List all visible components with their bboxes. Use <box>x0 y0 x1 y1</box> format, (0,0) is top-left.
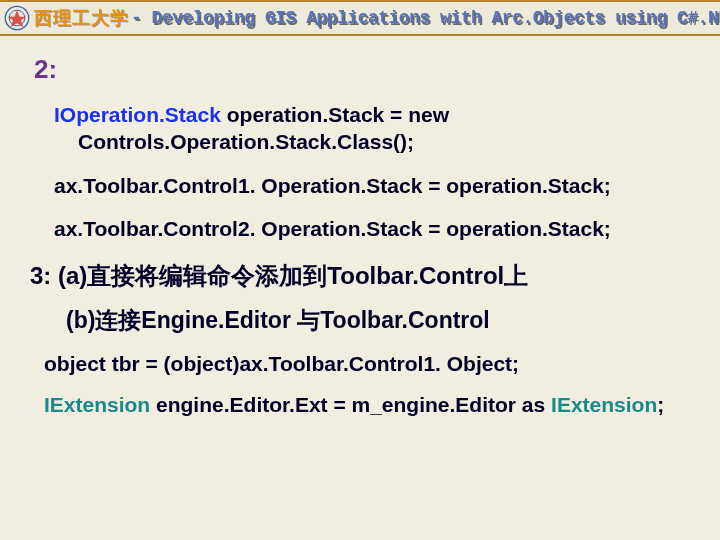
university-crest-icon <box>4 5 30 31</box>
code-line-5-end: ; <box>657 393 664 416</box>
course-title: - Developing GIS Applications with Arc.O… <box>131 8 720 28</box>
code-line-5-mid: engine.Editor.Ext = m_engine.Editor as <box>150 393 551 416</box>
section-2-label: 2: <box>34 54 698 85</box>
section-3a: 3: (a)直接将编辑命令添加到Toolbar.Control上 <box>30 260 698 292</box>
type-iextension-1: IExtension <box>44 393 150 416</box>
code-line-5: IExtension engine.Editor.Ext = m_engine.… <box>44 391 698 418</box>
slide-content: 2: IOperation.Stack operation.Stack = ne… <box>0 36 720 418</box>
university-name: 西理工大学 <box>34 6 129 30</box>
code-line-3: ax.Toolbar.Control2. Operation.Stack = o… <box>54 215 698 242</box>
type-ioperationstack: IOperation.Stack <box>54 103 221 126</box>
header-bar: 西理工大学 - Developing GIS Applications with… <box>0 0 720 36</box>
code-line-1: IOperation.Stack operation.Stack = new C… <box>54 101 698 156</box>
section-3b: (b)连接Engine.Editor 与Toolbar.Control <box>66 305 698 336</box>
type-iextension-2: IExtension <box>551 393 657 416</box>
code-line-4: object tbr = (object)ax.Toolbar.Control1… <box>44 350 698 377</box>
code-line-2: ax.Toolbar.Control1. Operation.Stack = o… <box>54 172 698 199</box>
